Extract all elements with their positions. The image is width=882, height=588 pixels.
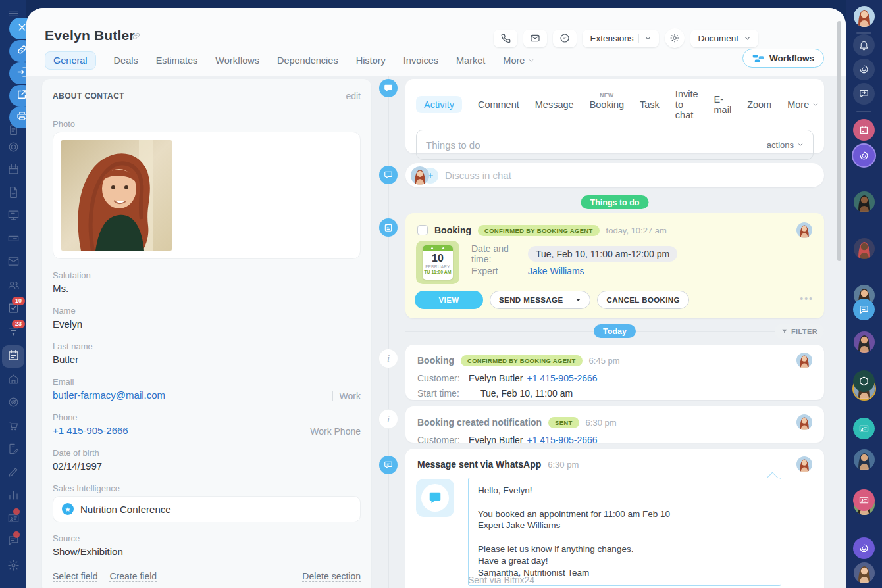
settings-button[interactable] [665, 28, 685, 48]
composer-tab-invite-to-chat[interactable]: Invite to chat [675, 89, 698, 120]
booking-bot-icon[interactable] [853, 119, 875, 141]
tab-dependencies[interactable]: Dependencies [277, 51, 338, 70]
sidebar-item-calendar[interactable] [5, 162, 21, 178]
field-phone: Phone+1 415-905-2666Work Phone [53, 412, 361, 437]
field-value[interactable]: +1 415-905-2666 [53, 425, 128, 437]
call-button[interactable] [494, 30, 517, 47]
contact-photo-card[interactable] [53, 132, 361, 259]
contact-card-icon[interactable] [853, 489, 875, 511]
sidebar-item-idcard[interactable] [5, 511, 21, 527]
delete-section-link[interactable]: Delete section [302, 571, 361, 582]
contact-photo [61, 140, 172, 251]
select-field-link[interactable]: Select field [53, 571, 97, 582]
entry-avatar [796, 414, 812, 430]
sidebar-item-cart[interactable] [5, 418, 21, 434]
sidebar-item-target[interactable] [5, 395, 21, 411]
things-to-do-input[interactable]: Things to do actions [416, 130, 814, 160]
email-button[interactable] [523, 30, 547, 47]
notification-log-entry[interactable]: Booking created notification SENT 6:30 p… [405, 406, 824, 443]
discuss-in-chat-bar[interactable]: Discuss in chat [405, 163, 824, 187]
tab-market[interactable]: Market [456, 51, 485, 70]
composer-tab-task[interactable]: Task [640, 99, 660, 110]
group-chat-icon[interactable] [853, 299, 875, 320]
chat-avatar[interactable] [854, 331, 875, 353]
composer-tab-message[interactable]: Message [535, 99, 574, 110]
today-pill[interactable]: Today [594, 324, 636, 338]
sidebar-item-chatline[interactable] [5, 534, 21, 550]
field-value[interactable]: butler-farmacy@mail.com [53, 389, 165, 401]
tab-estimates[interactable]: Estimates [156, 51, 198, 70]
copilot-chat-icon[interactable] [853, 145, 875, 166]
composer-tab-activity[interactable]: Activity [416, 96, 462, 113]
mail-icon [7, 255, 20, 270]
date-label: Date and time: [471, 243, 528, 264]
sidebar-item-mail[interactable] [5, 255, 21, 270]
view-button[interactable]: VIEW [415, 291, 483, 309]
tab-workflows[interactable]: Workflows [215, 51, 259, 70]
sales-intelligence-card[interactable]: ★ Nutrition Conference [53, 496, 361, 522]
things-to-do-pill[interactable]: Things to do [581, 195, 649, 209]
extensions-dropdown[interactable]: Extensions [583, 30, 659, 47]
chat-button[interactable] [553, 30, 577, 47]
workflows-button[interactable]: Workflows [742, 49, 824, 68]
chat-exchange-icon[interactable] [853, 83, 875, 105]
sidebar-item-gear[interactable] [5, 558, 21, 574]
actions-dropdown[interactable]: actions [767, 140, 804, 150]
scrollbar[interactable] [837, 21, 841, 261]
composer-tab-booking[interactable]: BookingNEW [590, 99, 624, 110]
composer-tab-comment[interactable]: Comment [478, 99, 519, 110]
board-icon [7, 209, 20, 224]
booking-checkbox[interactable] [417, 225, 428, 235]
sidebar-item-docpen[interactable] [5, 442, 21, 458]
document-dropdown[interactable]: Document [690, 30, 758, 47]
field-label: Salutation [53, 270, 361, 280]
booking-log-entry[interactable]: Booking CONFIRMED BY BOOKING AGENT 6:45 … [405, 345, 824, 400]
entry-title: Booking created notification [417, 417, 542, 428]
expert-link[interactable]: Jake Williams [528, 266, 584, 276]
tab-history[interactable]: History [356, 51, 386, 70]
entry-time: 6:45 pm [589, 356, 620, 366]
customer-phone-link[interactable]: +1 415-905-2666 [527, 373, 597, 383]
edit-about-link[interactable]: edit [346, 91, 361, 101]
contact-card-icon[interactable] [853, 418, 875, 439]
chat-avatar[interactable] [854, 449, 875, 470]
sidebar-item-people[interactable] [5, 278, 21, 294]
copilot-chat-icon[interactable] [853, 537, 875, 559]
sidebar-item-file[interactable] [5, 185, 21, 201]
chat-avatar[interactable] [854, 238, 875, 259]
tab-more[interactable]: More [503, 55, 534, 66]
copilot-icon[interactable] [853, 59, 875, 80]
composer-tab-zoom[interactable]: Zoom [747, 99, 771, 110]
copy-link-icon[interactable] [132, 32, 141, 43]
cancel-booking-button[interactable]: CANCEL BOOKING [597, 291, 688, 309]
sidebar-item-booking-calendar[interactable] [2, 345, 24, 368]
sidebar-item-board[interactable] [5, 208, 21, 224]
composer-tab-e-mail[interactable]: E-mail [714, 94, 732, 115]
date-time-row: Date and time: Tue, Feb 10, 11:00 am-12:… [471, 243, 677, 264]
more-options-icon[interactable]: ••• [800, 293, 814, 304]
composer-tab-more[interactable]: More [787, 99, 819, 110]
sidebar-item-chart[interactable] [5, 488, 21, 504]
filter-button[interactable]: FILTER [775, 324, 824, 339]
sidebar-item-home[interactable] [5, 372, 21, 388]
tab-deals[interactable]: Deals [114, 51, 138, 70]
tab-invoices[interactable]: Invoices [403, 51, 438, 70]
sidebar-item-tasks[interactable]: 10 [5, 301, 21, 317]
company-logo[interactable] [853, 370, 875, 392]
sidebar-item-pencil[interactable] [5, 465, 21, 481]
chat-avatar[interactable] [854, 191, 875, 212]
sidebar-item-funnel[interactable]: 23 [5, 324, 21, 340]
chat-avatar[interactable] [854, 562, 875, 583]
sidebar-item-ring[interactable] [5, 140, 21, 156]
field-label: Phone [53, 412, 361, 422]
sidebar-divider [856, 111, 871, 112]
send-message-button[interactable]: SEND MESSAGE [490, 291, 590, 309]
link-icon [16, 44, 28, 58]
tab-general[interactable]: General [45, 51, 96, 70]
profile-avatar[interactable] [854, 6, 875, 27]
create-field-link[interactable]: Create field [109, 571, 157, 582]
field-label: Date of birth [53, 448, 361, 458]
customer-phone-link[interactable]: +1 415-905-2666 [527, 435, 597, 445]
bell-icon[interactable] [853, 34, 875, 56]
sidebar-item-drive[interactable] [5, 232, 21, 247]
